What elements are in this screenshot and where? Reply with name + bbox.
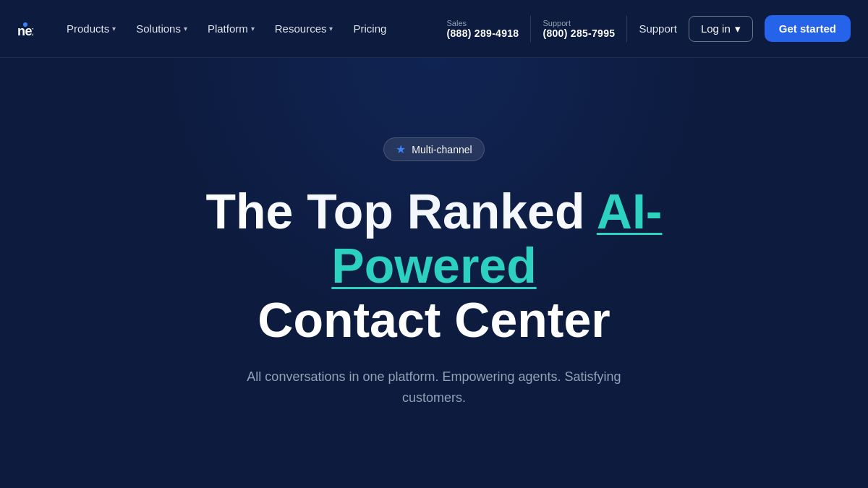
badge-text: Multi-channel (412, 144, 472, 155)
get-started-button[interactable]: Get started (765, 15, 851, 42)
nav-item-solutions[interactable]: Solutions ▾ (127, 17, 196, 40)
divider (530, 16, 531, 42)
navbar: nextiva Products ▾ Solutions ▾ Platform … (0, 0, 868, 58)
support-phone: (800) 285-7995 (542, 27, 615, 39)
badge: ★ Multi-channel (383, 137, 484, 161)
divider-2 (626, 16, 627, 42)
support-phone-group[interactable]: Support (800) 285-7995 (542, 19, 615, 39)
sales-label: Sales (447, 19, 467, 27)
chevron-down-icon: ▾ (112, 25, 116, 33)
svg-text:nextiva: nextiva (17, 24, 33, 37)
hero-title: The Top Ranked AI-Powered Contact Center (145, 184, 723, 346)
chevron-down-icon: ▾ (184, 25, 187, 33)
hero-title-part1: The Top Ranked (206, 184, 597, 239)
nav-item-products[interactable]: Products ▾ (58, 17, 124, 40)
hero-section: ★ Multi-channel The Top Ranked AI-Powere… (0, 58, 868, 488)
nav-links: Products ▾ Solutions ▾ Platform ▾ Resour… (58, 17, 447, 40)
chevron-down-icon: ▾ (735, 22, 741, 35)
nav-item-pricing[interactable]: Pricing (344, 17, 395, 40)
chevron-down-icon: ▾ (251, 25, 255, 33)
support-link[interactable]: Support (639, 22, 677, 35)
nav-item-platform[interactable]: Platform ▾ (199, 17, 263, 40)
chevron-down-icon: ▾ (329, 25, 333, 33)
nav-right: Sales (888) 289-4918 Support (800) 285-7… (447, 15, 851, 42)
hero-subtitle: All conversations in one platform. Empow… (231, 367, 637, 408)
logo-dot: nextiva (17, 21, 33, 37)
support-phone-label: Support (542, 19, 571, 27)
logo[interactable]: nextiva (17, 21, 35, 37)
brand-name: nextiva (17, 21, 35, 37)
hero-title-part2: Contact Center (258, 292, 610, 347)
sales-phone: (888) 289-4918 (447, 27, 519, 39)
star-icon: ★ (396, 142, 406, 156)
login-button[interactable]: Log in ▾ (689, 16, 753, 42)
nav-item-resources[interactable]: Resources ▾ (266, 17, 342, 40)
sales-phone-group[interactable]: Sales (888) 289-4918 (447, 19, 519, 39)
